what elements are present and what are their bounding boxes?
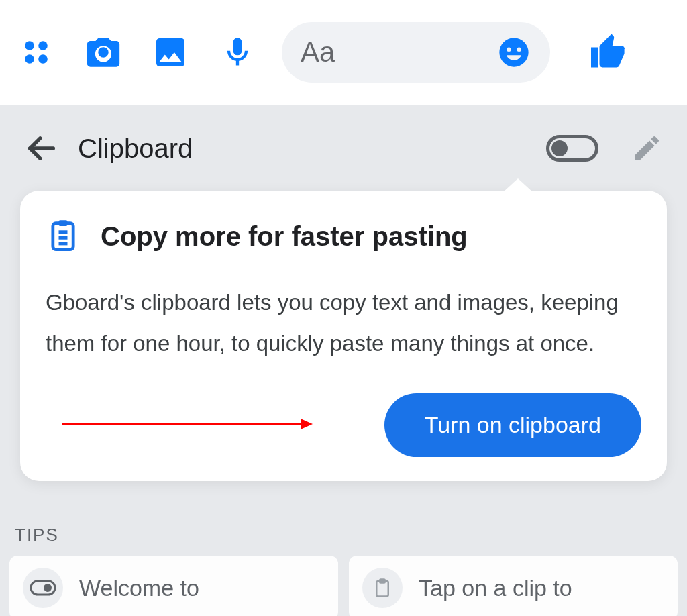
emoji-icon[interactable] (496, 35, 531, 70)
tip-card[interactable]: Welcome to (9, 556, 338, 616)
popup-pointer (503, 178, 533, 192)
popup-header: Copy more for faster pasting (46, 217, 641, 255)
edit-pencil-icon[interactable] (631, 132, 663, 164)
svg-marker-11 (301, 419, 313, 429)
clipboard-header: Clipboard (0, 118, 687, 178)
turn-on-clipboard-button[interactable]: Turn on clipboard (384, 393, 641, 457)
popup-title: Copy more for faster pasting (101, 221, 468, 252)
tip-text: Welcome to (79, 575, 199, 601)
tip-text: Tap on a clip to (419, 575, 572, 601)
svg-point-13 (44, 584, 52, 592)
camera-icon[interactable] (81, 30, 126, 75)
apps-icon[interactable] (13, 30, 59, 75)
message-input[interactable]: Aa (282, 22, 550, 83)
tips-section-label: TIPS (15, 525, 59, 546)
svg-point-1 (38, 41, 48, 50)
back-arrow-icon[interactable] (24, 131, 59, 166)
clipboard-title: Clipboard (78, 134, 546, 164)
svg-point-2 (25, 54, 34, 64)
svg-point-0 (25, 41, 34, 50)
tip-card[interactable]: Tap on a clip to (349, 556, 678, 616)
thumbs-up-icon[interactable] (585, 30, 631, 75)
tips-row: Welcome to Tap on a clip to (9, 556, 678, 616)
message-placeholder: Aa (301, 36, 496, 68)
svg-rect-6 (59, 220, 68, 226)
svg-point-3 (38, 54, 48, 64)
popup-description: Gboard's clipboard lets you copy text an… (46, 282, 641, 364)
toggle-knob (551, 140, 568, 156)
microphone-icon[interactable] (215, 30, 260, 75)
svg-rect-15 (380, 580, 385, 583)
clipboard-tip-icon (362, 568, 403, 608)
clipboard-icon (46, 217, 81, 255)
clipboard-onboarding-popup: Copy more for faster pasting Gboard's cl… (20, 191, 667, 481)
chat-input-bar: Aa (0, 0, 687, 105)
toggle-tip-icon (23, 568, 63, 608)
popup-footer: Turn on clipboard (46, 393, 641, 457)
image-icon[interactable] (148, 30, 193, 75)
keyboard-panel: Clipboard Copy more for faster pasting G… (0, 105, 687, 616)
annotation-arrow (46, 416, 384, 435)
clipboard-toggle[interactable] (546, 135, 598, 162)
